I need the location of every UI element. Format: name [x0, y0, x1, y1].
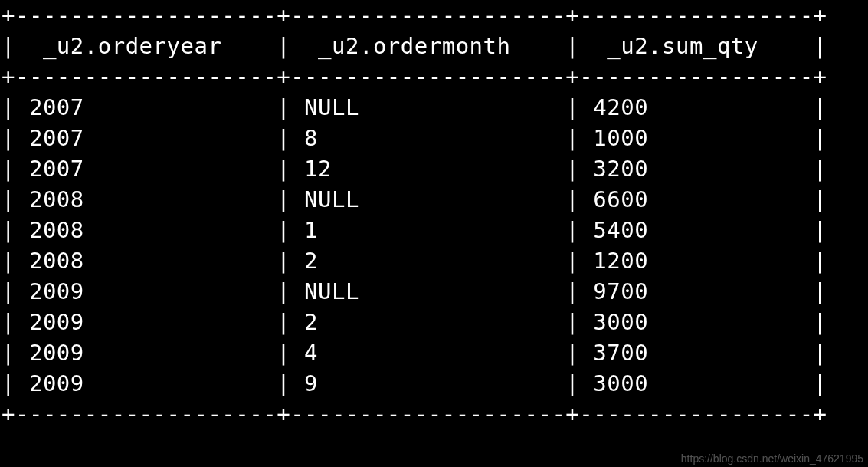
query-result-table: +-------------------+-------------------… [0, 0, 868, 429]
watermark-text: https://blog.csdn.net/weixin_47621995 [681, 453, 863, 464]
